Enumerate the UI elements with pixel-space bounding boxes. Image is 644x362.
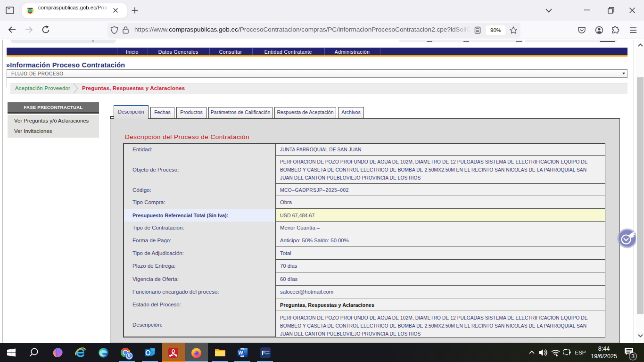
svg-text:F: F [262,349,265,356]
svg-text:3: 3 [631,353,635,360]
svg-text:W: W [239,350,243,355]
